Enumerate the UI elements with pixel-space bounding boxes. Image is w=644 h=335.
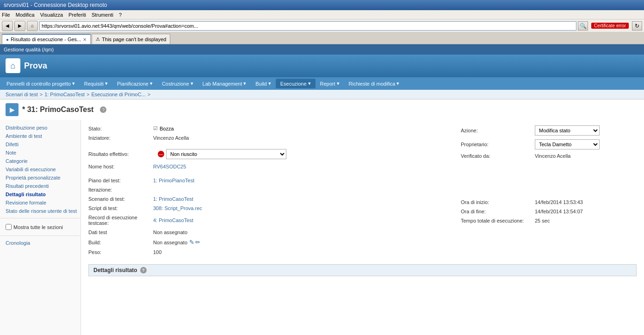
ora-fine-row: Ora di fine: 14/feb/2014 13:54:07 — [461, 209, 637, 214]
menu-help[interactable]: ? — [119, 12, 122, 18]
breadcrumb-esecuzione[interactable]: Esecuzione di PrimoC... — [91, 92, 145, 97]
nome-host-value[interactable]: RV64SODC25 — [153, 164, 186, 169]
tab-main-close[interactable]: ✕ — [83, 37, 87, 42]
breadcrumb-scenari[interactable]: Scenari di test — [6, 92, 38, 97]
iniziatore-row: Iniziatore: Vincenzo Acella — [88, 135, 461, 141]
tempo-totale-value: 25 sec — [535, 218, 550, 223]
sidebar-checkbox-all[interactable] — [6, 224, 12, 230]
address-input[interactable] — [39, 21, 576, 31]
script-value[interactable]: 308: Script_Prova.rec — [153, 205, 202, 211]
script-row: Script di test: 308: Script_Prova.rec — [88, 205, 461, 211]
back-button[interactable]: ◀ — [2, 21, 13, 31]
nav-report-arrow: ▾ — [337, 81, 340, 87]
nav-costruzione[interactable]: Costruzione ▾ — [157, 79, 198, 88]
nav-richieste[interactable]: Richieste di modifica ▾ — [344, 79, 404, 88]
sidebar-dettagli[interactable]: Dettagli risultato — [0, 190, 80, 199]
nav-esecuzione[interactable]: Esecuzione ▾ — [276, 79, 316, 88]
nome-host-label: Nome host: — [88, 164, 153, 169]
nav-menu-bar: Pannelli di controllo progetto ▾ Requisi… — [0, 77, 644, 90]
piano-value[interactable]: 1: PrimoPianoTest — [153, 178, 194, 183]
peso-row: Peso: 100 — [88, 249, 461, 255]
menu-strumenti[interactable]: Strumenti — [92, 12, 113, 18]
dettagli-help-icon[interactable]: ? — [140, 267, 147, 273]
peso-label: Peso: — [88, 249, 153, 255]
sidebar-categorie[interactable]: Categorie — [0, 157, 80, 165]
nav-report[interactable]: Report ▾ — [316, 79, 344, 88]
verificato-value: Vincenzo Acella — [535, 153, 570, 159]
play-icon: ▶ — [6, 103, 19, 116]
tab-error-label: This page can't be displayed — [102, 37, 166, 42]
record-value[interactable]: 4: PrimoCasoTest — [153, 217, 193, 223]
col-right: Azione: Modifica stato Proprietario: Tec… — [461, 125, 637, 259]
sidebar-distribuzione[interactable]: Distribuzione peso — [0, 124, 80, 132]
stato-text: Bozza — [160, 126, 174, 131]
sidebar-revisione[interactable]: Revisione formale — [0, 199, 80, 207]
verificato-row: Verificato da: Vincenzo Acella — [461, 153, 637, 159]
azione-row: Azione: Modifica stato — [461, 125, 637, 136]
iterazione-row: Iterazione: — [88, 187, 461, 192]
search-button[interactable]: 🔍 — [578, 21, 588, 31]
proprietario-row: Proprietario: Tecla Dametto — [461, 139, 637, 149]
menu-visualizza[interactable]: Visualizza — [40, 12, 63, 18]
sidebar-cronologia[interactable]: Cronologia — [0, 239, 80, 247]
sidebar-divider2 — [0, 236, 80, 236]
nav-requisiti-arrow: ▾ — [105, 81, 108, 87]
proprietario-select[interactable]: Tecla Dametto — [535, 139, 600, 149]
stato-check-icon: ☑ — [153, 125, 158, 131]
cert-error-badge[interactable]: Certificate error — [591, 23, 629, 29]
sidebar-ambiente[interactable]: Ambiente di test — [0, 132, 80, 140]
nav-build[interactable]: Build ▾ — [251, 79, 275, 88]
menu-file[interactable]: File — [2, 12, 10, 18]
script-label: Script di test: — [88, 205, 153, 211]
nav-pannelli[interactable]: Pannelli di controllo progetto ▾ — [2, 79, 80, 88]
menu-modifica[interactable]: Modifica — [16, 12, 35, 18]
nav-pianificazione[interactable]: Pianificazione ▾ — [112, 79, 157, 88]
risultato-row: Risultato effettivo: — Non riuscito — [88, 149, 461, 159]
refresh-button[interactable]: ↻ — [632, 21, 642, 31]
azione-select[interactable]: Modifica stato — [535, 125, 600, 136]
tab-error-icon: ⚠ — [96, 37, 100, 42]
content-area: Scenari di test > 1: PrimoCasoTest > Ese… — [0, 90, 644, 335]
build-edit2-icon[interactable]: ✏ — [195, 239, 200, 246]
tab-main-label: Risultato di esecuzione - Ges... — [11, 37, 81, 42]
sidebar-risultati[interactable]: Risultati precedenti — [0, 182, 80, 190]
breadcrumb: Scenari di test > 1: PrimoCasoTest > Ese… — [0, 90, 644, 99]
sidebar-stato-risorse[interactable]: Stato delle risorse utente di test — [0, 207, 80, 215]
tab-error[interactable]: ⚠ This page can't be displayed — [92, 34, 170, 44]
browser-menu-bar: File Modifica Visualizza Preferiti Strum… — [0, 10, 644, 19]
build-edit-icon[interactable]: ✎ — [189, 239, 194, 246]
piano-label: Piano del test: — [88, 178, 153, 183]
sidebar-note[interactable]: Note — [0, 149, 80, 157]
menu-preferiti[interactable]: Preferiti — [68, 12, 86, 18]
azione-label: Azione: — [461, 128, 535, 133]
piano-row: Piano del test: 1: PrimoPianoTest — [88, 178, 461, 183]
forward-button[interactable]: ▶ — [14, 21, 25, 31]
page-help-icon[interactable]: ? — [100, 106, 106, 113]
build-value: Non assegnato — [153, 240, 187, 245]
nav-pannelli-arrow: ▾ — [72, 81, 75, 87]
nav-requisiti[interactable]: Requisiti ▾ — [80, 79, 112, 88]
build-row: Build: Non assegnato ✎ ✏ — [88, 239, 461, 246]
sidebar: Distribuzione peso Ambiente di test Dife… — [0, 120, 81, 335]
proprietario-label: Proprietario: — [461, 142, 535, 147]
ora-inizio-value: 14/feb/2014 13:53:43 — [535, 199, 583, 205]
tab-main[interactable]: ● Risultato di esecuzione - Ges... ✕ — [2, 34, 91, 44]
risultato-dropdown: — Non riuscito — [158, 149, 286, 159]
home-button[interactable]: ⌂ — [27, 21, 38, 31]
sidebar-variabili[interactable]: Variabili di esecuzione — [0, 165, 80, 174]
iniziatore-label: Iniziatore: — [88, 135, 153, 141]
brand-icon: ⌂ — [6, 58, 20, 73]
title-bar-text: srvorsvi01 - Connessione Desktop remoto — [4, 2, 107, 8]
iterazione-label: Iterazione: — [88, 187, 153, 192]
peso-value: 100 — [153, 249, 161, 255]
tempo-totale-label: Tempo totale di esecuzione: — [461, 218, 535, 223]
sidebar-difetti[interactable]: Difetti — [0, 140, 80, 149]
app-top-bar-label: Gestione qualità (/qm) — [4, 47, 54, 52]
main-layout: Distribuzione peso Ambiente di test Dife… — [0, 120, 644, 335]
risultato-select[interactable]: Non riuscito — [166, 149, 286, 159]
nav-lab[interactable]: Lab Management ▾ — [198, 79, 251, 88]
scenario-value[interactable]: 1: PrimoCasoTest — [153, 196, 193, 202]
sidebar-proprieta[interactable]: Proprietà personalizzate — [0, 174, 80, 182]
breadcrumb-primo[interactable]: 1: PrimoCasoTest — [44, 92, 85, 97]
nav-lab-arrow: ▾ — [243, 81, 246, 87]
